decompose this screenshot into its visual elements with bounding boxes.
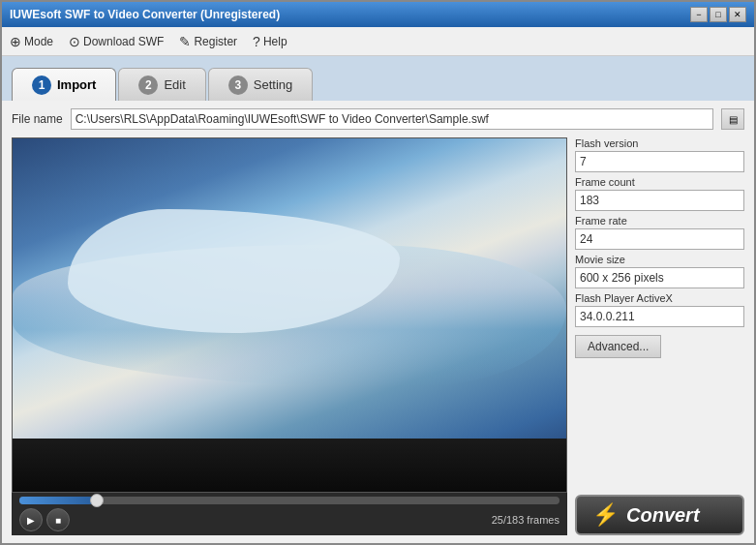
window-title: IUWEsoft SWF to Video Converter (Unregis…: [10, 8, 280, 21]
tab-setting-label: Setting: [254, 77, 292, 92]
file-browse-button[interactable]: ▤: [721, 108, 744, 130]
frame-rate-label: Frame rate: [575, 215, 744, 227]
content-area: File name ▤: [2, 101, 754, 543]
help-menu-item[interactable]: ? Help: [253, 34, 287, 49]
flash-player-field: Flash Player ActiveX: [575, 292, 744, 327]
mode-menu-item[interactable]: ⊕ Mode: [10, 34, 53, 49]
controls-bar: ▶ ■ 25/183 frames: [12, 493, 567, 535]
menu-bar: ⊕ Mode ⊙ Download SWF ✎ Register ? Help: [2, 27, 754, 56]
progress-thumb[interactable]: [90, 494, 104, 507]
frame-count-field: Frame count: [575, 176, 744, 211]
tabs-row: 1 Import 2 Edit 3 Setting: [2, 56, 754, 101]
register-menu-item[interactable]: ✎ Register: [179, 34, 237, 49]
download-label: Download SWF: [83, 35, 164, 48]
register-label: Register: [194, 35, 237, 48]
title-controls: − □ ✕: [690, 7, 746, 22]
movie-size-label: Movie size: [575, 254, 744, 265]
video-display: [12, 137, 567, 493]
flash-version-label: Flash version: [575, 137, 744, 149]
minimize-button[interactable]: −: [690, 7, 708, 22]
frame-count-label: Frame count: [575, 176, 744, 188]
movie-size-field: Movie size: [575, 254, 744, 288]
mode-label: Mode: [24, 35, 53, 48]
advanced-button[interactable]: Advanced...: [575, 335, 661, 358]
play-button[interactable]: ▶: [19, 508, 43, 531]
file-name-row: File name ▤: [12, 108, 744, 130]
tab-setting-num: 3: [228, 76, 248, 95]
main-window: IUWEsoft SWF to Video Converter (Unregis…: [0, 0, 756, 545]
tab-import-num: 1: [32, 76, 51, 95]
progress-bar[interactable]: [19, 497, 559, 504]
tab-import[interactable]: 1 Import: [12, 68, 116, 101]
video-dark-bar: [13, 439, 566, 492]
tab-import-label: Import: [57, 77, 96, 92]
controls-bottom: ▶ ■ 25/183 frames: [19, 508, 559, 531]
flash-version-field: Flash version: [575, 137, 744, 172]
register-icon: ✎: [179, 34, 191, 49]
convert-label: Convert: [626, 504, 700, 527]
tab-edit[interactable]: 2 Edit: [118, 68, 205, 101]
progress-fill: [19, 497, 93, 504]
stop-button[interactable]: ■: [46, 508, 70, 531]
convert-icon: ⚡: [592, 502, 619, 528]
close-button[interactable]: ✕: [729, 7, 746, 22]
mode-icon: ⊕: [10, 34, 21, 49]
video-panel: ▶ ■ 25/183 frames: [12, 137, 567, 535]
movie-size-value: [575, 267, 744, 288]
flash-version-value: [575, 151, 744, 172]
frame-counter: 25/183 frames: [492, 514, 559, 526]
tab-setting[interactable]: 3 Setting: [208, 68, 313, 101]
flash-player-label: Flash Player ActiveX: [575, 292, 744, 304]
help-icon: ?: [253, 34, 260, 49]
download-icon: ⊙: [69, 34, 80, 49]
restore-button[interactable]: □: [710, 7, 727, 22]
convert-section: ⚡ Convert: [575, 489, 744, 535]
tab-edit-num: 2: [138, 76, 158, 95]
help-label: Help: [263, 35, 287, 48]
convert-button[interactable]: ⚡ Convert: [575, 495, 744, 535]
frame-rate-field: Frame rate: [575, 215, 744, 250]
download-menu-item[interactable]: ⊙ Download SWF: [69, 34, 164, 49]
file-name-input[interactable]: [71, 108, 713, 130]
playback-buttons: ▶ ■: [19, 508, 70, 531]
title-bar: IUWEsoft SWF to Video Converter (Unregis…: [2, 2, 754, 27]
frame-rate-value: [575, 228, 744, 250]
flash-player-value: [575, 306, 744, 327]
file-name-label: File name: [12, 112, 63, 126]
frame-count-value: [575, 190, 744, 211]
tab-edit-label: Edit: [164, 77, 185, 92]
info-panel: Flash version Frame count Frame rate Mov…: [575, 137, 744, 535]
main-row: ▶ ■ 25/183 frames Flash version Frame co…: [12, 137, 744, 535]
